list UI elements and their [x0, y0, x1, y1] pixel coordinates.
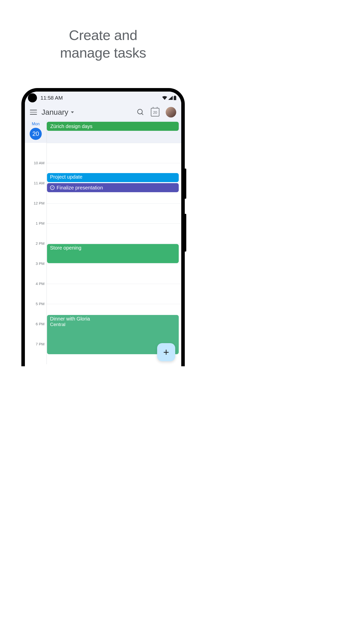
- hour-label: 6 PM: [36, 322, 44, 326]
- status-bar: 11:58 AM: [25, 92, 181, 104]
- battery-icon: [174, 96, 176, 100]
- phone-screen: 11:58 AM January 20: [25, 92, 181, 366]
- day-name: Mon: [32, 122, 39, 126]
- task-check-icon: [50, 185, 55, 190]
- phone-frame: 11:58 AM January 20: [21, 88, 185, 366]
- calendar-today-icon: 20: [151, 108, 159, 116]
- menu-icon[interactable]: [30, 109, 37, 116]
- hour-label: 4 PM: [36, 281, 44, 286]
- phone-volume-button: [185, 169, 186, 199]
- hour-label: 3 PM: [36, 261, 44, 266]
- hour-label: 12 PM: [34, 201, 44, 205]
- hour-label: 2 PM: [36, 241, 44, 246]
- app-header: January 20: [25, 104, 181, 120]
- month-label: January: [41, 108, 68, 116]
- allday-events: Zürich design days: [47, 120, 181, 143]
- cell-signal-icon: [168, 96, 173, 100]
- create-fab[interactable]: +: [157, 343, 175, 361]
- allday-event[interactable]: Zürich design days: [47, 122, 179, 131]
- events-layer: Project update Finalize presentation Sto…: [47, 143, 179, 366]
- hour-label: 5 PM: [36, 302, 44, 306]
- status-icons: [162, 96, 176, 100]
- plus-icon: +: [163, 347, 169, 357]
- day-header: Mon 20 Zürich design days: [25, 120, 181, 143]
- phone-power-button: [185, 214, 186, 252]
- avatar[interactable]: [166, 107, 176, 117]
- task-finalize-presentation[interactable]: Finalize presentation: [47, 183, 179, 192]
- hour-label: 11 AM: [34, 181, 44, 185]
- chevron-down-icon: [71, 111, 74, 113]
- time-grid[interactable]: 10 AM 11 AM 12 PM 1 PM 2 PM 3 PM 4 PM 5 …: [25, 143, 181, 366]
- search-icon: [137, 109, 144, 116]
- event-project-update[interactable]: Project update: [47, 173, 179, 182]
- month-selector[interactable]: January: [41, 108, 74, 116]
- svg-rect-0: [174, 96, 176, 100]
- today-button[interactable]: 20: [150, 107, 160, 117]
- search-button[interactable]: [135, 107, 146, 117]
- wifi-icon: [162, 96, 167, 100]
- hour-label: 7 PM: [36, 342, 44, 346]
- day-column: Mon 20: [25, 120, 47, 143]
- marketing-headline: Create and manage tasks: [0, 0, 206, 62]
- hour-label: 10 AM: [34, 161, 44, 165]
- day-number-badge[interactable]: 20: [30, 128, 42, 140]
- event-store-opening[interactable]: Store opening: [47, 244, 179, 263]
- camera-punch-hole: [28, 93, 37, 102]
- status-time: 11:58 AM: [40, 95, 63, 101]
- svg-rect-1: [174, 96, 175, 96]
- hour-label: 1 PM: [36, 221, 44, 225]
